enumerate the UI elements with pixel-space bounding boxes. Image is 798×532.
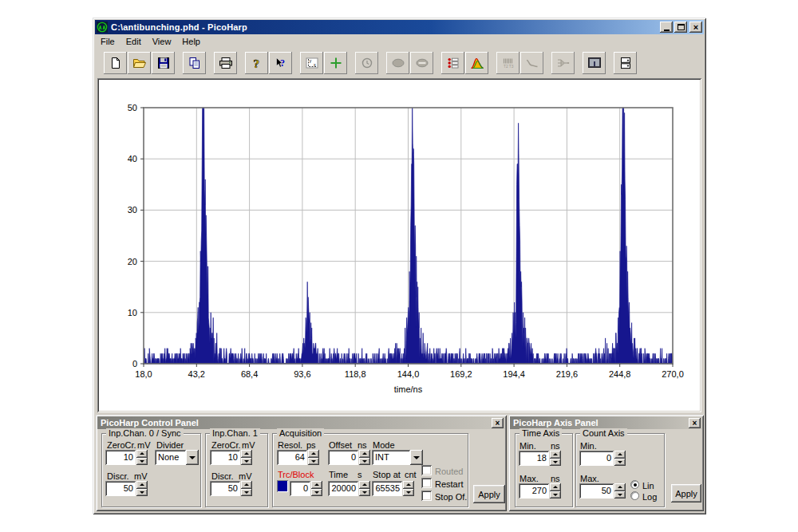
trc-color-swatch[interactable] bbox=[277, 480, 288, 492]
minimize-button[interactable] bbox=[660, 22, 673, 33]
trc-input[interactable]: 0 bbox=[290, 481, 310, 496]
histogram-plot[interactable] bbox=[99, 80, 700, 411]
resol-input[interactable]: 64 bbox=[277, 450, 307, 465]
stopat-input[interactable]: 65535 bbox=[372, 481, 402, 496]
minimize-icon bbox=[664, 30, 670, 31]
menu-edit[interactable]: Edit bbox=[120, 36, 147, 47]
count-min-input[interactable]: 0 bbox=[579, 451, 614, 466]
new-document-icon bbox=[109, 57, 122, 69]
restart-checkbox[interactable] bbox=[421, 478, 432, 488]
count-max-input[interactable]: 50 bbox=[579, 483, 614, 499]
control-apply-button[interactable]: Apply bbox=[473, 485, 505, 503]
spin-down-button[interactable] bbox=[308, 458, 319, 466]
context-help-button[interactable]: ? bbox=[269, 52, 292, 74]
menu-bar: FileEditViewHelp bbox=[95, 34, 704, 48]
spin-down-button[interactable] bbox=[614, 459, 626, 467]
axis-panel-close-button[interactable]: × bbox=[689, 418, 701, 428]
spin-down-button[interactable] bbox=[403, 489, 414, 497]
stop-ellipse-icon bbox=[415, 57, 429, 69]
spin-down-button[interactable] bbox=[136, 489, 148, 497]
spin-down-button[interactable] bbox=[311, 489, 322, 497]
spin-down-button[interactable] bbox=[241, 489, 252, 497]
spin-up-button[interactable] bbox=[550, 483, 561, 491]
trc-spinner: 0 bbox=[290, 481, 322, 496]
spin-down-button[interactable] bbox=[359, 489, 370, 497]
main-window: C:\antibunching.phd - PicoHarp × FileEdi… bbox=[93, 18, 706, 514]
cursor-crosshair-button[interactable] bbox=[324, 52, 347, 74]
copy-button[interactable] bbox=[183, 52, 206, 74]
log-scale-label: Log bbox=[642, 492, 657, 502]
spin-down-button[interactable] bbox=[241, 458, 252, 466]
x-tick-label: 18,0 bbox=[126, 369, 161, 379]
discr0-spinner: 50 bbox=[105, 481, 148, 496]
mode-value[interactable]: INT bbox=[372, 450, 410, 465]
close-button[interactable]: × bbox=[689, 22, 702, 33]
zerocr1-input[interactable]: 10 bbox=[210, 450, 240, 465]
dropdown-arrow-button[interactable] bbox=[410, 450, 423, 465]
spin-up-button[interactable] bbox=[308, 450, 319, 458]
spin-up-button[interactable] bbox=[550, 451, 561, 459]
control-panel: PicoHarp Control Panel × Inp.Chan. 0 / S… bbox=[96, 415, 507, 511]
trace-mapping-button[interactable] bbox=[441, 52, 464, 74]
resol-label: Resol. bbox=[278, 440, 302, 450]
divider-dropdown[interactable]: None bbox=[155, 450, 199, 465]
spin-up-button[interactable] bbox=[614, 483, 626, 491]
lin-scale-radio[interactable] bbox=[630, 480, 639, 489]
time-max-input[interactable]: 270 bbox=[519, 483, 549, 499]
mode-dropdown[interactable]: INT bbox=[372, 450, 423, 465]
spin-down-button[interactable] bbox=[550, 491, 561, 499]
control-panel-close-button[interactable]: × bbox=[492, 418, 504, 428]
divider-value[interactable]: None bbox=[155, 450, 186, 465]
spin-up-button[interactable] bbox=[311, 481, 322, 489]
dropdown-arrow-button[interactable] bbox=[186, 450, 199, 465]
menu-file[interactable]: File bbox=[95, 36, 120, 47]
axis-settings-button[interactable]: yx bbox=[300, 52, 323, 74]
save-file-button[interactable] bbox=[152, 52, 175, 74]
spin-up-button[interactable] bbox=[241, 450, 252, 458]
x-tick-label: 93,6 bbox=[285, 369, 320, 379]
discr1-input[interactable]: 50 bbox=[210, 481, 240, 496]
copy-icon bbox=[188, 57, 201, 69]
control-panel-caption[interactable]: PicoHarp Control Panel × bbox=[97, 416, 505, 429]
spin-down-button[interactable] bbox=[614, 491, 626, 499]
log-scale-radio[interactable] bbox=[630, 491, 639, 500]
zerocr0-unit: mV bbox=[137, 440, 151, 450]
x-tick-label: 270,0 bbox=[655, 369, 690, 379]
maximize-button[interactable] bbox=[674, 22, 687, 33]
histogram-view-button[interactable] bbox=[465, 52, 488, 74]
spin-up-button[interactable] bbox=[614, 451, 626, 459]
zerocr0-input[interactable]: 10 bbox=[105, 450, 136, 465]
x-tick-label: 169,2 bbox=[444, 369, 479, 379]
time-input[interactable]: 20000 bbox=[328, 481, 358, 496]
open-file-button[interactable] bbox=[128, 52, 151, 74]
y-tick-label: 0 bbox=[115, 359, 137, 368]
axis-panel-caption[interactable]: PicoHarp Axis Panel × bbox=[510, 416, 702, 429]
spin-up-button[interactable] bbox=[136, 481, 148, 489]
discr0-input[interactable]: 50 bbox=[105, 481, 136, 496]
svg-text:x: x bbox=[314, 62, 316, 67]
stop-ovfl-checkbox[interactable] bbox=[421, 491, 432, 501]
spin-up-button[interactable] bbox=[136, 450, 148, 458]
help-button[interactable]: ? bbox=[245, 52, 268, 74]
axis-panel: PicoHarp Axis Panel × Time Axis Min. ns … bbox=[508, 415, 704, 511]
resol-spinner: 64 bbox=[277, 450, 319, 465]
restart-label: Restart bbox=[435, 479, 463, 489]
spin-down-button[interactable] bbox=[550, 459, 561, 467]
menu-help[interactable]: Help bbox=[176, 36, 206, 47]
offset-input[interactable]: 0 bbox=[328, 450, 358, 465]
menu-view[interactable]: View bbox=[147, 36, 177, 47]
title-bar[interactable]: C:\antibunching.phd - PicoHarp × bbox=[95, 20, 704, 34]
axis-apply-button[interactable]: Apply bbox=[671, 484, 701, 502]
rate-meter-button[interactable] bbox=[614, 52, 637, 74]
spin-up-button[interactable] bbox=[403, 481, 414, 489]
display-settings-button[interactable] bbox=[583, 52, 606, 74]
new-file-button[interactable] bbox=[104, 52, 127, 74]
spin-down-button[interactable] bbox=[359, 458, 370, 466]
spin-up-button[interactable] bbox=[359, 481, 370, 489]
spin-up-button[interactable] bbox=[359, 450, 370, 458]
print-button[interactable] bbox=[214, 52, 237, 74]
spin-up-button[interactable] bbox=[241, 481, 252, 489]
count-min-spinner: 0 bbox=[579, 451, 626, 466]
spin-down-button[interactable] bbox=[136, 458, 148, 466]
time-min-input[interactable]: 18 bbox=[519, 451, 549, 466]
